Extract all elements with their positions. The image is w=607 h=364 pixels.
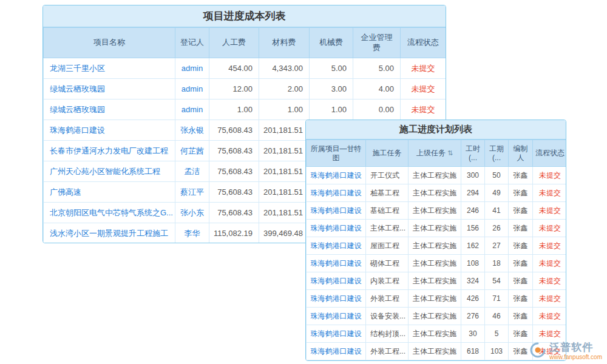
cell-project[interactable]: 广佛高速 xyxy=(44,182,175,203)
cell-project[interactable]: 绿城云栖玫瑰园 xyxy=(44,99,175,120)
table-row[interactable]: 珠海鹤港口建设设备安装...主体工程实施27646张鑫未提交 xyxy=(307,308,567,325)
cell-labor: 1.00 xyxy=(209,99,259,120)
cell-duration: 49 xyxy=(485,184,509,202)
sort-icon[interactable]: ⇅ xyxy=(447,149,453,157)
plan-table: 所属项目—甘特图施工任务上级任务⇅工时(...工期(...编制人流程状态 珠海鹤… xyxy=(306,140,566,360)
cell-status[interactable]: 未提交 xyxy=(533,202,567,220)
cell-registrant[interactable]: 蔡江平 xyxy=(175,182,209,203)
cell-project[interactable]: 珠海鹤港口建设 xyxy=(307,308,366,325)
cell-status[interactable]: 未提交 xyxy=(533,272,567,290)
table-row[interactable]: 珠海鹤港口建设外装工程...主体工程实施618103张鑫未提交 xyxy=(307,343,567,360)
column-header-label: 所属项目—甘特图 xyxy=(311,144,362,162)
cell-project[interactable]: 珠海鹤港口建设 xyxy=(307,220,366,237)
cell-project[interactable]: 珠海鹤港口建设 xyxy=(307,237,366,255)
column-header[interactable]: 人工费 xyxy=(209,28,259,58)
table-row[interactable]: 珠海鹤港口建设屋面工程主体工程实施16227张鑫未提交 xyxy=(307,237,567,255)
cell-project[interactable]: 广州天心苑小区智能化系统工程 xyxy=(44,161,175,182)
column-header[interactable]: 项目名称 xyxy=(44,28,175,58)
cell-registrant[interactable]: admin xyxy=(175,99,209,120)
table-row[interactable]: 珠海鹤港口建设桩基工程主体工程实施29449张鑫未提交 xyxy=(307,184,567,202)
table-row[interactable]: 龙湖三千里小区admin454.004,343.005.005.00未提交 xyxy=(44,58,446,79)
cell-status[interactable]: 未提交 xyxy=(533,255,567,272)
cell-registrant[interactable]: 张永银 xyxy=(175,120,209,141)
cell-author: 张鑫 xyxy=(509,237,533,255)
cell-material: 4,343.00 xyxy=(259,58,310,79)
cell-author: 张鑫 xyxy=(509,290,533,308)
table-row[interactable]: 绿城云栖玫瑰园admin1.001.001.000.00未提交 xyxy=(44,99,446,120)
cell-task: 基础工程 xyxy=(366,202,409,220)
cell-status[interactable]: 未提交 xyxy=(533,237,567,255)
cell-registrant[interactable]: admin xyxy=(175,79,209,99)
cell-project[interactable]: 珠海鹤港口建设 xyxy=(307,184,366,202)
cell-project[interactable]: 浅水湾小区一期景观提升工程施工 xyxy=(44,223,175,244)
table-row[interactable]: 绿城云栖玫瑰园admin12.002.003.004.00未提交 xyxy=(44,79,446,99)
column-header[interactable]: 施工任务 xyxy=(366,140,409,167)
column-header[interactable]: 上级任务⇅ xyxy=(409,140,461,167)
plan-window-title: 施工进度计划列表 xyxy=(399,124,472,135)
cell-project[interactable]: 北京朝阳区电气中芯特气系统之G... xyxy=(44,203,175,223)
table-row[interactable]: 珠海鹤港口建设主体工程...主体工程实施15626张鑫未提交 xyxy=(307,220,567,237)
cell-hours: 324 xyxy=(461,272,485,290)
cell-duration: 5 xyxy=(485,325,509,343)
cell-project[interactable]: 珠海鹤港口建设 xyxy=(307,290,366,308)
cell-project[interactable]: 珠海鹤港口建设 xyxy=(307,325,366,343)
cell-project[interactable]: 珠海鹤港口建设 xyxy=(307,202,366,220)
column-header[interactable]: 材料费 xyxy=(259,28,310,58)
cell-project[interactable]: 龙湖三千里小区 xyxy=(44,58,175,79)
cell-status[interactable]: 未提交 xyxy=(533,308,567,325)
cell-project[interactable]: 绿城云栖玫瑰园 xyxy=(44,79,175,99)
cell-parent: 主体工程实施 xyxy=(409,308,461,325)
column-header-label: 施工任务 xyxy=(373,149,402,157)
cell-status[interactable]: 未提交 xyxy=(401,99,446,120)
column-header[interactable]: 流程状态 xyxy=(401,28,446,58)
cell-duration: 46 xyxy=(485,308,509,325)
table-row[interactable]: 珠海鹤港口建设开工仪式主体工程实施30050张鑫未提交 xyxy=(307,167,567,184)
cell-mgmt: 4.00 xyxy=(353,79,401,99)
column-header[interactable]: 登记人 xyxy=(175,28,209,58)
cell-labor: 75,608.43 xyxy=(209,161,259,182)
cell-status[interactable]: 未提交 xyxy=(533,325,567,343)
cell-hours: 108 xyxy=(461,255,485,272)
column-header[interactable]: 工期(... xyxy=(485,140,509,167)
cell-mgmt: 0.00 xyxy=(353,99,401,120)
cell-project[interactable]: 珠海鹤港口建设 xyxy=(307,343,366,360)
cell-material: 201,181.51 xyxy=(259,182,310,203)
cell-duration: 103 xyxy=(485,343,509,360)
column-header[interactable]: 所属项目—甘特图 xyxy=(307,140,366,167)
cell-registrant[interactable]: 张小东 xyxy=(175,203,209,223)
cell-material: 399,469.48 xyxy=(259,223,310,244)
cell-registrant[interactable]: admin xyxy=(175,58,209,79)
cell-status[interactable]: 未提交 xyxy=(401,79,446,99)
cell-status[interactable]: 未提交 xyxy=(533,167,567,184)
cell-status[interactable]: 未提交 xyxy=(533,290,567,308)
column-header[interactable]: 工时(... xyxy=(461,140,485,167)
cell-hours: 300 xyxy=(461,167,485,184)
plan-table-body: 珠海鹤港口建设开工仪式主体工程实施30050张鑫未提交珠海鹤港口建设桩基工程主体… xyxy=(307,167,567,360)
cell-status[interactable]: 未提交 xyxy=(533,220,567,237)
cell-project[interactable]: 珠海鹤港口建设 xyxy=(307,255,366,272)
cell-labor: 12.00 xyxy=(209,79,259,99)
table-row[interactable]: 珠海鹤港口建设结构封顶...主体工程实施305张鑫未提交 xyxy=(307,325,567,343)
cell-hours: 426 xyxy=(461,290,485,308)
column-header[interactable]: 机械费 xyxy=(310,28,353,58)
table-row[interactable]: 珠海鹤港口建设内装工程主体工程实施32454张鑫未提交 xyxy=(307,272,567,290)
cell-status[interactable]: 未提交 xyxy=(401,58,446,79)
column-header-label: 工时(... xyxy=(466,144,480,162)
column-header[interactable]: 企业管理费 xyxy=(353,28,401,58)
column-header[interactable]: 编制人 xyxy=(509,140,533,167)
cell-hours: 156 xyxy=(461,220,485,237)
cell-registrant[interactable]: 李华 xyxy=(175,223,209,244)
cell-registrant[interactable]: 何芷茜 xyxy=(175,141,209,161)
cell-registrant[interactable]: 孟洁 xyxy=(175,161,209,182)
table-row[interactable]: 珠海鹤港口建设外装工程主体工程实施42671张鑫未提交 xyxy=(307,290,567,308)
cell-project[interactable]: 珠海鹤港口建设 xyxy=(307,272,366,290)
cell-project[interactable]: 珠海鹤港口建设 xyxy=(307,167,366,184)
table-row[interactable]: 珠海鹤港口建设砌体工程主体工程实施10818张鑫未提交 xyxy=(307,255,567,272)
cell-parent: 主体工程实施 xyxy=(409,272,461,290)
table-row[interactable]: 珠海鹤港口建设基础工程主体工程实施24641张鑫未提交 xyxy=(307,202,567,220)
cell-status[interactable]: 未提交 xyxy=(533,184,567,202)
cell-project[interactable]: 珠海鹤港口建设 xyxy=(44,120,175,141)
cell-project[interactable]: 长春市伊通河水力发电厂改建工程 xyxy=(44,141,175,161)
column-header[interactable]: 流程状态 xyxy=(533,140,567,167)
cell-hours: 30 xyxy=(461,325,485,343)
